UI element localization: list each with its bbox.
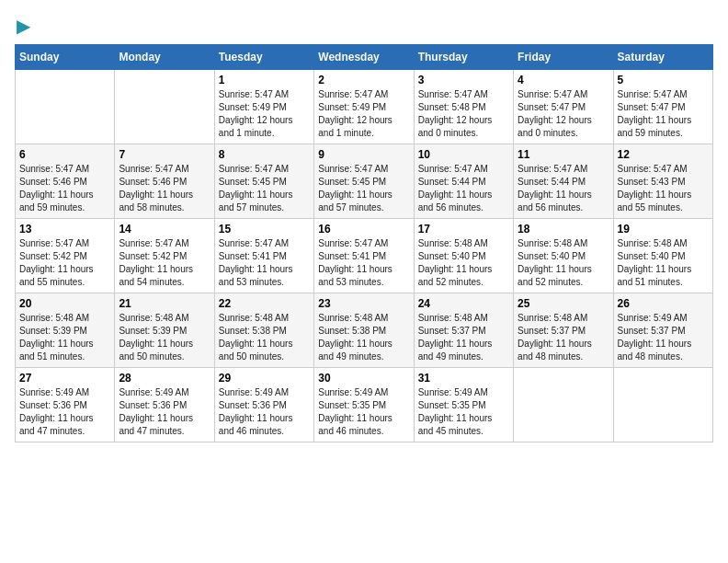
day-number: 16	[318, 223, 409, 236]
calendar-cell: 2Sunrise: 5:47 AM Sunset: 5:49 PM Daylig…	[314, 70, 414, 144]
day-info: Sunrise: 5:48 AM Sunset: 5:38 PM Dayligh…	[219, 312, 310, 363]
week-row-2: 13Sunrise: 5:47 AM Sunset: 5:42 PM Dayli…	[16, 219, 713, 293]
page-header: ▶	[15, 15, 713, 33]
calendar-cell	[613, 368, 712, 442]
calendar-cell: 8Sunrise: 5:47 AM Sunset: 5:45 PM Daylig…	[214, 144, 313, 219]
day-info: Sunrise: 5:48 AM Sunset: 5:37 PM Dayligh…	[418, 312, 509, 363]
calendar-table: SundayMondayTuesdayWednesdayThursdayFrid…	[15, 44, 713, 442]
calendar-cell: 6Sunrise: 5:47 AM Sunset: 5:46 PM Daylig…	[16, 144, 115, 219]
calendar-cell: 17Sunrise: 5:48 AM Sunset: 5:40 PM Dayli…	[414, 219, 513, 293]
calendar-cell: 13Sunrise: 5:47 AM Sunset: 5:42 PM Dayli…	[16, 219, 115, 293]
calendar-cell: 27Sunrise: 5:49 AM Sunset: 5:36 PM Dayli…	[16, 368, 115, 442]
calendar-cell	[115, 70, 214, 144]
day-info: Sunrise: 5:49 AM Sunset: 5:37 PM Dayligh…	[618, 312, 709, 363]
calendar-cell: 7Sunrise: 5:47 AM Sunset: 5:46 PM Daylig…	[115, 144, 214, 219]
day-number: 19	[618, 223, 709, 236]
calendar-cell: 15Sunrise: 5:47 AM Sunset: 5:41 PM Dayli…	[214, 219, 313, 293]
day-number: 7	[119, 148, 210, 161]
calendar-cell: 3Sunrise: 5:47 AM Sunset: 5:48 PM Daylig…	[414, 70, 513, 144]
day-header-friday: Friday	[514, 45, 613, 70]
day-number: 15	[219, 223, 310, 236]
day-info: Sunrise: 5:48 AM Sunset: 5:39 PM Dayligh…	[119, 312, 210, 363]
day-number: 12	[618, 148, 709, 161]
day-info: Sunrise: 5:48 AM Sunset: 5:40 PM Dayligh…	[418, 237, 509, 289]
day-info: Sunrise: 5:47 AM Sunset: 5:42 PM Dayligh…	[19, 237, 110, 289]
day-number: 25	[518, 297, 609, 310]
day-info: Sunrise: 5:48 AM Sunset: 5:40 PM Dayligh…	[618, 237, 709, 289]
calendar-cell: 29Sunrise: 5:49 AM Sunset: 5:36 PM Dayli…	[214, 368, 313, 442]
calendar-body: 1Sunrise: 5:47 AM Sunset: 5:49 PM Daylig…	[16, 70, 713, 442]
calendar-cell: 25Sunrise: 5:48 AM Sunset: 5:37 PM Dayli…	[514, 293, 613, 368]
day-number: 17	[418, 223, 509, 236]
week-row-4: 27Sunrise: 5:49 AM Sunset: 5:36 PM Dayli…	[16, 368, 713, 442]
day-info: Sunrise: 5:47 AM Sunset: 5:42 PM Dayligh…	[119, 237, 210, 289]
day-info: Sunrise: 5:48 AM Sunset: 5:37 PM Dayligh…	[518, 312, 609, 363]
day-number: 31	[418, 372, 509, 385]
week-row-1: 6Sunrise: 5:47 AM Sunset: 5:46 PM Daylig…	[16, 144, 713, 219]
calendar-cell: 21Sunrise: 5:48 AM Sunset: 5:39 PM Dayli…	[115, 293, 214, 368]
day-info: Sunrise: 5:47 AM Sunset: 5:47 PM Dayligh…	[518, 88, 609, 140]
day-info: Sunrise: 5:49 AM Sunset: 5:36 PM Dayligh…	[19, 386, 110, 438]
day-number: 11	[518, 148, 609, 161]
day-info: Sunrise: 5:47 AM Sunset: 5:46 PM Dayligh…	[119, 163, 210, 214]
calendar-cell	[514, 368, 613, 442]
calendar-cell: 12Sunrise: 5:47 AM Sunset: 5:43 PM Dayli…	[613, 144, 712, 219]
day-number: 21	[119, 297, 210, 310]
day-number: 6	[19, 148, 110, 161]
day-number: 9	[318, 148, 409, 161]
day-info: Sunrise: 5:47 AM Sunset: 5:44 PM Dayligh…	[518, 163, 609, 214]
day-info: Sunrise: 5:47 AM Sunset: 5:41 PM Dayligh…	[318, 237, 409, 289]
day-header-saturday: Saturday	[613, 45, 712, 70]
calendar-cell: 30Sunrise: 5:49 AM Sunset: 5:35 PM Dayli…	[314, 368, 414, 442]
calendar-cell: 22Sunrise: 5:48 AM Sunset: 5:38 PM Dayli…	[214, 293, 313, 368]
day-header-monday: Monday	[115, 45, 214, 70]
week-row-3: 20Sunrise: 5:48 AM Sunset: 5:39 PM Dayli…	[16, 293, 713, 368]
day-number: 29	[219, 372, 310, 385]
day-number: 18	[518, 223, 609, 236]
day-info: Sunrise: 5:47 AM Sunset: 5:44 PM Dayligh…	[418, 163, 509, 214]
day-number: 14	[119, 223, 210, 236]
logo-bird-icon: ▶	[17, 15, 30, 37]
day-number: 30	[318, 372, 409, 385]
day-info: Sunrise: 5:47 AM Sunset: 5:43 PM Dayligh…	[618, 163, 709, 214]
day-header-sunday: Sunday	[16, 45, 115, 70]
calendar-cell: 11Sunrise: 5:47 AM Sunset: 5:44 PM Dayli…	[514, 144, 613, 219]
day-header-thursday: Thursday	[414, 45, 513, 70]
calendar-cell: 31Sunrise: 5:49 AM Sunset: 5:35 PM Dayli…	[414, 368, 513, 442]
day-number: 1	[219, 74, 310, 86]
day-number: 20	[19, 297, 110, 310]
calendar-cell: 16Sunrise: 5:47 AM Sunset: 5:41 PM Dayli…	[314, 219, 414, 293]
calendar-cell: 23Sunrise: 5:48 AM Sunset: 5:38 PM Dayli…	[314, 293, 414, 368]
day-info: Sunrise: 5:49 AM Sunset: 5:35 PM Dayligh…	[418, 386, 509, 438]
day-number: 10	[418, 148, 509, 161]
day-number: 4	[518, 74, 609, 86]
week-row-0: 1Sunrise: 5:47 AM Sunset: 5:49 PM Daylig…	[16, 70, 713, 144]
day-number: 5	[618, 74, 709, 86]
calendar-cell: 1Sunrise: 5:47 AM Sunset: 5:49 PM Daylig…	[214, 70, 313, 144]
calendar-cell: 19Sunrise: 5:48 AM Sunset: 5:40 PM Dayli…	[613, 219, 712, 293]
day-number: 26	[618, 297, 709, 310]
calendar-cell: 9Sunrise: 5:47 AM Sunset: 5:45 PM Daylig…	[314, 144, 414, 219]
calendar-cell: 28Sunrise: 5:49 AM Sunset: 5:36 PM Dayli…	[115, 368, 214, 442]
day-info: Sunrise: 5:48 AM Sunset: 5:39 PM Dayligh…	[19, 312, 110, 363]
day-header-wednesday: Wednesday	[314, 45, 414, 70]
day-info: Sunrise: 5:47 AM Sunset: 5:48 PM Dayligh…	[418, 88, 509, 140]
day-number: 24	[418, 297, 509, 310]
calendar-cell: 4Sunrise: 5:47 AM Sunset: 5:47 PM Daylig…	[514, 70, 613, 144]
calendar-cell: 10Sunrise: 5:47 AM Sunset: 5:44 PM Dayli…	[414, 144, 513, 219]
calendar-cell	[16, 70, 115, 144]
calendar-cell: 24Sunrise: 5:48 AM Sunset: 5:37 PM Dayli…	[414, 293, 513, 368]
day-info: Sunrise: 5:47 AM Sunset: 5:46 PM Dayligh…	[19, 163, 110, 214]
calendar-header-row: SundayMondayTuesdayWednesdayThursdayFrid…	[16, 45, 713, 70]
calendar-cell: 14Sunrise: 5:47 AM Sunset: 5:42 PM Dayli…	[115, 219, 214, 293]
day-info: Sunrise: 5:48 AM Sunset: 5:40 PM Dayligh…	[518, 237, 609, 289]
day-number: 2	[318, 74, 409, 86]
day-number: 13	[19, 223, 110, 236]
day-info: Sunrise: 5:48 AM Sunset: 5:38 PM Dayligh…	[318, 312, 409, 363]
day-info: Sunrise: 5:49 AM Sunset: 5:36 PM Dayligh…	[219, 386, 310, 438]
calendar-cell: 20Sunrise: 5:48 AM Sunset: 5:39 PM Dayli…	[16, 293, 115, 368]
day-info: Sunrise: 5:47 AM Sunset: 5:47 PM Dayligh…	[618, 88, 709, 140]
logo: ▶	[15, 15, 30, 33]
day-header-tuesday: Tuesday	[214, 45, 313, 70]
calendar-cell: 5Sunrise: 5:47 AM Sunset: 5:47 PM Daylig…	[613, 70, 712, 144]
